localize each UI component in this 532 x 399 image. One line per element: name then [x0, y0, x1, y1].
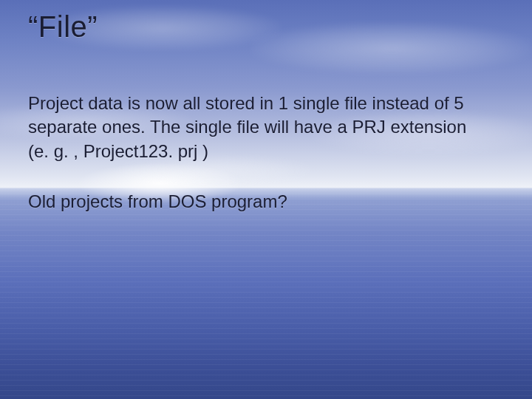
slide-title: “File” [28, 10, 98, 44]
slide: “File” Project data is now all stored in… [0, 0, 532, 399]
cloud-decoration [251, 22, 532, 74]
body-paragraph: Old projects from DOS program? [28, 190, 471, 214]
slide-body: Project data is now all stored in 1 sing… [28, 92, 471, 241]
body-paragraph: Project data is now all stored in 1 sing… [28, 92, 471, 163]
